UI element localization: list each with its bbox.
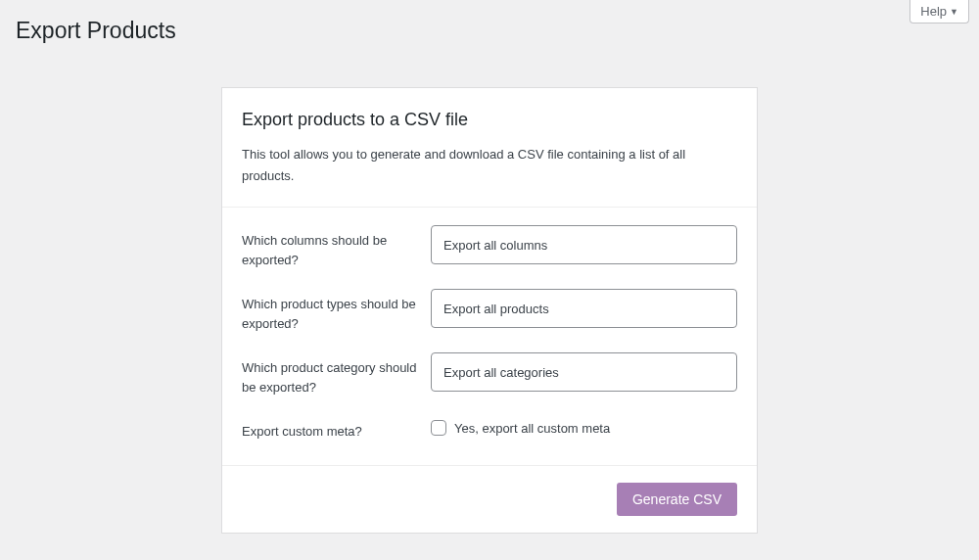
categories-select[interactable]: Export all categories — [431, 352, 737, 392]
panel-footer: Generate CSV — [222, 465, 757, 533]
panel-description: This tool allows you to generate and dow… — [242, 144, 737, 187]
columns-select[interactable]: Export all columns — [431, 225, 737, 264]
page-title: Export Products — [0, 0, 979, 44]
generate-csv-button[interactable]: Generate CSV — [617, 483, 737, 516]
export-panel: Export products to a CSV file This tool … — [221, 87, 758, 534]
panel-header: Export products to a CSV file This tool … — [222, 88, 757, 208]
types-select-value: Export all products — [443, 302, 549, 316]
types-select[interactable]: Export all products — [431, 289, 737, 328]
form-row-types: Which product types should be exported? … — [242, 289, 737, 333]
categories-label: Which product category should be exporte… — [242, 352, 431, 397]
types-label: Which product types should be exported? — [242, 289, 431, 333]
form-row-meta: Export custom meta? Yes, export all cust… — [242, 416, 737, 442]
form-row-categories: Which product category should be exporte… — [242, 352, 737, 397]
categories-select-value: Export all categories — [443, 365, 559, 380]
help-label: Help — [920, 4, 947, 19]
columns-label: Which columns should be exported? — [242, 225, 431, 269]
columns-select-value: Export all columns — [443, 238, 547, 253]
meta-label: Export custom meta? — [242, 416, 431, 442]
meta-checkbox-label: Yes, export all custom meta — [454, 421, 610, 436]
meta-checkbox[interactable] — [431, 420, 446, 436]
form-row-columns: Which columns should be exported? Export… — [242, 225, 737, 269]
panel-title: Export products to a CSV file — [242, 110, 737, 130]
form-body: Which columns should be exported? Export… — [222, 208, 757, 465]
help-button[interactable]: Help ▼ — [909, 0, 969, 23]
chevron-down-icon: ▼ — [950, 7, 958, 17]
